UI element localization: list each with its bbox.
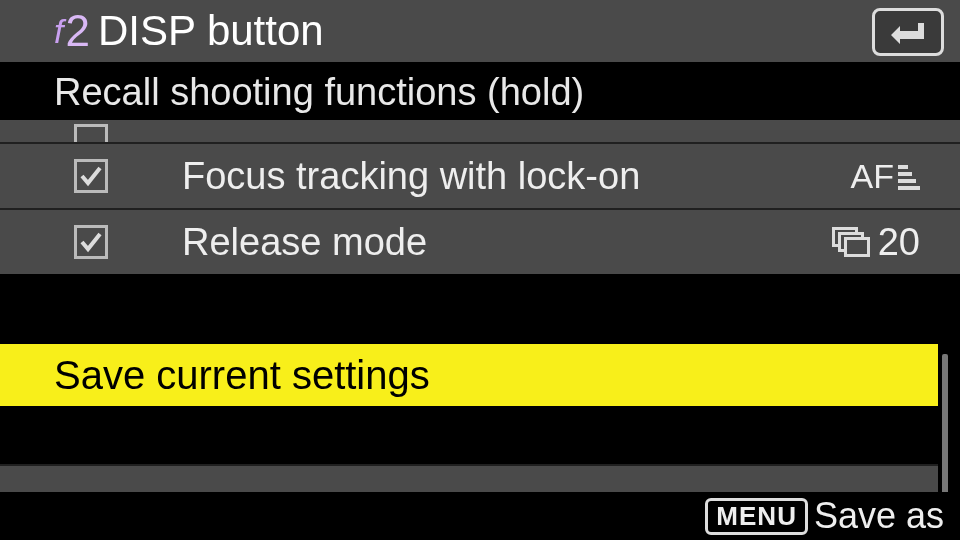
highlight-label: Save current settings	[54, 353, 430, 398]
menu-section-letter: f	[54, 12, 63, 51]
checkbox-icon	[74, 124, 108, 142]
back-arrow-icon	[888, 17, 928, 47]
menu-header: f 2 DISP button	[0, 0, 960, 64]
save-current-settings-button[interactable]: Save current settings	[0, 344, 938, 406]
menu-section-number: 2	[65, 6, 89, 56]
list-item-partial[interactable]	[0, 120, 960, 142]
list-item-value: AF	[851, 157, 944, 196]
footer-bar: MENU Save as	[0, 492, 960, 540]
continuous-shooting-icon	[832, 227, 872, 257]
back-button[interactable]	[872, 8, 944, 56]
checkbox-checked-icon	[74, 159, 108, 193]
spacer	[0, 406, 960, 464]
menu-title: DISP button	[98, 7, 324, 55]
list-item-release-mode[interactable]: Release mode 20	[0, 208, 960, 274]
menu-button-badge[interactable]: MENU	[705, 498, 808, 535]
menu-subheader: Recall shooting functions (hold)	[0, 64, 960, 120]
af-lock-icon: AF	[851, 157, 920, 196]
list-item-focus-tracking[interactable]: Focus tracking with lock-on AF	[0, 142, 960, 208]
settings-list: Focus tracking with lock-on AF Release m…	[0, 120, 960, 274]
subheader-text: Recall shooting functions (hold)	[54, 71, 584, 114]
camera-menu-screen: f 2 DISP button Recall shooting function…	[0, 0, 960, 540]
spacer	[0, 274, 960, 344]
list-item-label: Release mode	[182, 221, 832, 264]
list-item-value: 20	[832, 221, 944, 264]
checkbox-checked-icon	[74, 225, 108, 259]
footer-action-label: Save as	[814, 495, 944, 537]
list-item-label: Focus tracking with lock-on	[182, 155, 851, 198]
